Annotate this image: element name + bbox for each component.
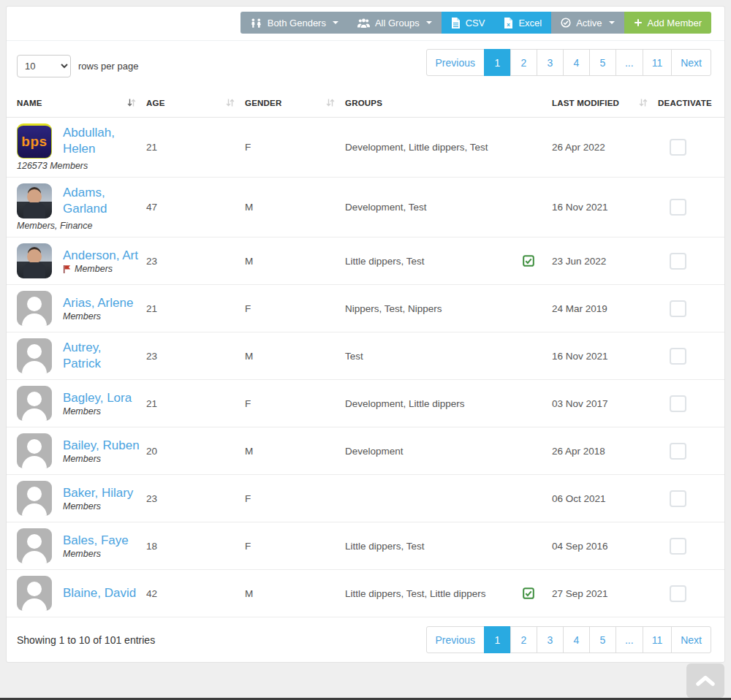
- default-avatar[interactable]: [17, 433, 52, 468]
- all-groups-button[interactable]: All Groups: [348, 12, 442, 34]
- member-name-link[interactable]: Bales, Faye: [63, 533, 148, 549]
- member-groups-subtitle: Members: [63, 501, 148, 511]
- scroll-to-top-button[interactable]: [686, 663, 724, 698]
- pagination-page-4[interactable]: 4: [563, 626, 590, 653]
- default-avatar[interactable]: [17, 576, 52, 611]
- add-member-label: Add Member: [648, 18, 702, 28]
- default-avatar[interactable]: [17, 338, 52, 373]
- deactivate-checkbox[interactable]: [670, 585, 686, 602]
- default-avatar[interactable]: [17, 481, 52, 516]
- member-groups-subtitle: Members, Finance: [17, 221, 139, 231]
- table-row: bpsAbdullah, Helen126573 Members21FDevel…: [7, 118, 724, 177]
- members-card: Both GendersAll GroupsCSVxExcelActiveAdd…: [6, 6, 725, 663]
- member-name-link[interactable]: Adams, Garland: [63, 185, 139, 217]
- column-header-last-modified[interactable]: LAST MODIFIED: [552, 98, 658, 107]
- age-cell: 20: [146, 446, 245, 457]
- deactivate-checkbox[interactable]: [670, 300, 686, 317]
- default-avatar[interactable]: [17, 291, 52, 326]
- chevron-up-icon: [694, 674, 716, 687]
- pagination-next[interactable]: Next: [671, 49, 711, 76]
- deactivate-checkbox[interactable]: [670, 395, 686, 412]
- active-label: Active: [576, 18, 602, 28]
- member-name-link[interactable]: Abdullah, Helen: [63, 125, 139, 157]
- pagination-page-11[interactable]: 11: [643, 626, 673, 653]
- pagination-page-5[interactable]: 5: [589, 626, 616, 653]
- groups-cell: Development: [345, 446, 523, 457]
- last-modified-cell: 04 Sep 2016: [552, 541, 658, 552]
- caret-down-icon: [333, 21, 338, 24]
- gender-cell: F: [245, 303, 345, 314]
- table-row: Blaine, David42MLittle dippers, Test, Li…: [7, 569, 724, 617]
- table-row: Bailey, RubenMembers20MDevelopment26 Apr…: [7, 427, 724, 474]
- deactivate-checkbox[interactable]: [670, 139, 686, 156]
- column-header-gender[interactable]: GENDER: [245, 98, 345, 107]
- both-genders-button[interactable]: Both Genders: [240, 12, 348, 34]
- toolbar: Both GendersAll GroupsCSVxExcelActiveAdd…: [7, 7, 724, 41]
- pagination-next[interactable]: Next: [671, 626, 711, 653]
- plus-icon: [634, 18, 643, 27]
- name-cell: Autrey, Patrick: [17, 338, 146, 373]
- groups-cell: Little dippers, Test, Little dippers: [345, 588, 523, 599]
- gender-cell: F: [245, 493, 345, 504]
- member-name-link[interactable]: Bailey, Ruben: [63, 438, 148, 454]
- column-header-age[interactable]: AGE: [146, 98, 245, 107]
- excel-button[interactable]: xExcel: [494, 12, 551, 34]
- member-name-link[interactable]: Blaine, David: [63, 585, 139, 601]
- table-row: Autrey, Patrick23MTest16 Nov 2021: [7, 332, 724, 379]
- member-name-link[interactable]: Baker, Hilary: [63, 485, 148, 501]
- caret-down-icon: [426, 21, 432, 24]
- member-name-link[interactable]: Anderson, Art: [63, 248, 148, 264]
- pagination-ellipsis: ...: [616, 49, 643, 76]
- pagination-page-2[interactable]: 2: [510, 49, 537, 76]
- pagination-previous[interactable]: Previous: [426, 49, 485, 76]
- pagination-ellipsis: ...: [616, 626, 643, 653]
- table-row: Baker, HilaryMembers23F06 Oct 2021: [7, 474, 724, 522]
- pagination-page-1[interactable]: 1: [484, 49, 511, 76]
- age-cell: 42: [146, 588, 245, 599]
- flag-icon: [63, 265, 72, 274]
- photo-avatar[interactable]: [17, 183, 52, 218]
- member-name-link[interactable]: Bagley, Lora: [63, 390, 148, 406]
- deactivate-checkbox[interactable]: [670, 199, 686, 216]
- add-member-button[interactable]: Add Member: [624, 12, 711, 34]
- member-name-link[interactable]: Arias, Arlene: [63, 295, 148, 311]
- column-header-name[interactable]: NAME: [17, 98, 146, 107]
- bps-logo-avatar[interactable]: bps: [17, 123, 52, 159]
- last-modified-cell: 16 Nov 2021: [552, 351, 658, 362]
- name-cell: Adams, GarlandMembers, Finance: [17, 183, 146, 231]
- deactivate-checkbox[interactable]: [670, 538, 686, 555]
- column-header-label: GENDER: [245, 99, 281, 107]
- deactivate-checkbox[interactable]: [670, 443, 686, 460]
- pagination-previous[interactable]: Previous: [426, 626, 485, 653]
- pagination-page-3[interactable]: 3: [537, 626, 564, 653]
- deactivate-checkbox[interactable]: [670, 490, 686, 507]
- groups-cell: Test: [345, 351, 523, 362]
- default-avatar[interactable]: [17, 386, 52, 421]
- deactivate-cell: [658, 443, 716, 460]
- csv-button[interactable]: CSV: [442, 12, 495, 34]
- member-groups-subtitle: Members: [63, 311, 148, 322]
- gender-cell: M: [245, 256, 345, 267]
- member-name-link[interactable]: Autrey, Patrick: [63, 340, 139, 372]
- photo-avatar[interactable]: [17, 243, 52, 278]
- gender-cell: F: [245, 398, 345, 409]
- sort-icon: [127, 98, 136, 107]
- rows-per-page-select[interactable]: 10: [17, 55, 71, 77]
- active-button[interactable]: Active: [551, 12, 624, 34]
- deactivate-cell: [658, 300, 716, 317]
- deactivate-cell: [658, 348, 716, 365]
- default-avatar[interactable]: [17, 528, 52, 563]
- age-cell: 23: [146, 493, 245, 504]
- gender-cell: M: [245, 446, 345, 457]
- pagination-page-5[interactable]: 5: [589, 49, 616, 76]
- pagination-page-2[interactable]: 2: [510, 626, 537, 653]
- pagination-page-3[interactable]: 3: [537, 49, 564, 76]
- name-cell: Anderson, ArtMembers: [17, 243, 146, 278]
- deactivate-checkbox[interactable]: [670, 253, 686, 270]
- pagination-page-11[interactable]: 11: [643, 49, 673, 76]
- deactivate-checkbox[interactable]: [670, 348, 686, 365]
- table-row: Bagley, LoraMembers21FDevelopment, Littl…: [7, 379, 724, 427]
- entries-summary: Showing 1 to 10 of 101 entries: [17, 634, 155, 646]
- pagination-page-1[interactable]: 1: [484, 626, 511, 653]
- pagination-page-4[interactable]: 4: [563, 49, 590, 76]
